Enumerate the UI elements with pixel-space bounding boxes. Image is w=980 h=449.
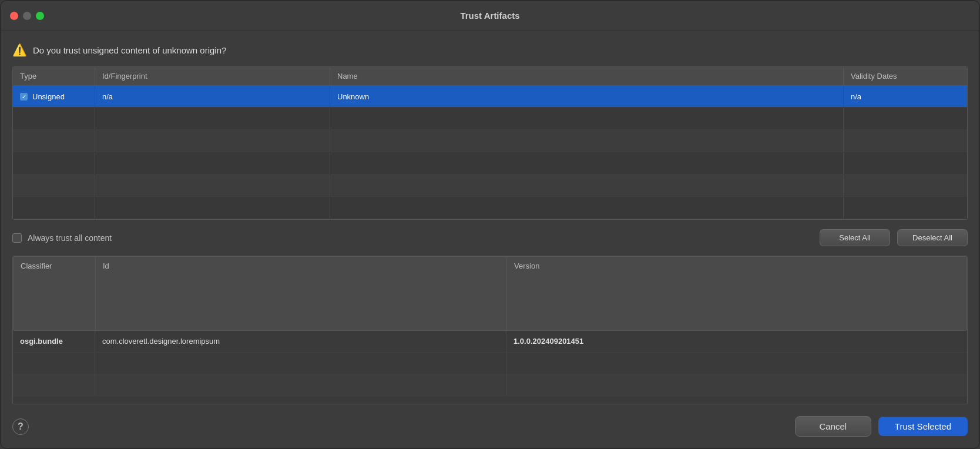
col-classifier: Classifier — [14, 257, 96, 330]
window-controls — [10, 12, 44, 20]
table-row — [13, 374, 967, 396]
upper-table: Type Id/Fingerprint Name Validity Dates … — [12, 66, 968, 220]
table-row[interactable]: ✓ Unsigned n/a Unknown n/a — [13, 86, 967, 108]
dialog-content: ⚠️ Do you trust unsigned content of unkn… — [1, 31, 979, 448]
table-row — [13, 152, 967, 175]
classifier-cell: osgi.bundle — [13, 331, 95, 352]
warning-icon: ⚠️ — [12, 43, 27, 57]
close-button[interactable] — [10, 12, 18, 20]
col-version: Version — [507, 257, 966, 330]
col-validity-dates: Validity Dates — [844, 67, 967, 85]
upper-table-header: Type Id/Fingerprint Name Validity Dates — [13, 67, 967, 86]
table-row — [13, 197, 967, 219]
dialog-window: Trust Artifacts ⚠️ Do you trust unsigned… — [0, 0, 980, 449]
lower-table: Classifier Id Version osgi.bundle com.cl… — [12, 256, 968, 404]
window-title: Trust Artifacts — [460, 11, 519, 21]
title-bar: Trust Artifacts — [1, 1, 979, 31]
type-value: Unsigned — [32, 92, 65, 101]
name-cell: Unknown — [330, 86, 844, 107]
table-row — [13, 130, 967, 152]
table-row — [13, 108, 967, 130]
help-button[interactable]: ? — [12, 418, 29, 435]
lower-table-body: osgi.bundle com.cloveretl.designer.lorem… — [13, 331, 967, 404]
col-type: Type — [13, 67, 95, 85]
col-id-lower: Id — [96, 257, 507, 330]
version-cell: 1.0.0.202409201451 — [506, 331, 967, 352]
id-lower-cell: com.cloveretl.designer.loremipsum — [95, 331, 506, 352]
maximize-button[interactable] — [36, 12, 44, 20]
select-all-button[interactable]: Select All — [820, 229, 890, 246]
type-cell: ✓ Unsigned — [13, 86, 95, 107]
table-row — [13, 353, 967, 374]
trust-selected-button[interactable]: Trust Selected — [878, 417, 968, 436]
deselect-all-button[interactable]: Deselect All — [897, 229, 968, 246]
empty-rows-upper — [13, 108, 967, 219]
always-trust-option: Always trust all content — [12, 233, 112, 243]
id-cell: n/a — [95, 86, 330, 107]
warning-text: Do you trust unsigned content of unknown… — [33, 45, 226, 55]
col-id-fingerprint: Id/Fingerprint — [95, 67, 330, 85]
action-buttons: Cancel Trust Selected — [795, 416, 968, 437]
col-name: Name — [330, 67, 844, 85]
controls-row: Always trust all content Select All Dese… — [12, 227, 968, 249]
cancel-button[interactable]: Cancel — [795, 416, 871, 437]
table-row[interactable]: osgi.bundle com.cloveretl.designer.lorem… — [13, 331, 967, 353]
always-trust-label: Always trust all content — [28, 233, 112, 243]
action-bar: ? Cancel Trust Selected — [12, 411, 968, 439]
always-trust-checkbox[interactable] — [12, 233, 22, 243]
validity-cell: n/a — [844, 86, 967, 107]
table-row — [13, 175, 967, 197]
warning-row: ⚠️ Do you trust unsigned content of unkn… — [12, 41, 968, 59]
row-checkbox[interactable]: ✓ — [20, 93, 28, 100]
minimize-button[interactable] — [23, 12, 31, 20]
selection-buttons: Select All Deselect All — [820, 229, 968, 246]
lower-table-header: Classifier Id Version — [13, 256, 967, 331]
upper-table-body: ✓ Unsigned n/a Unknown n/a — [13, 86, 967, 219]
